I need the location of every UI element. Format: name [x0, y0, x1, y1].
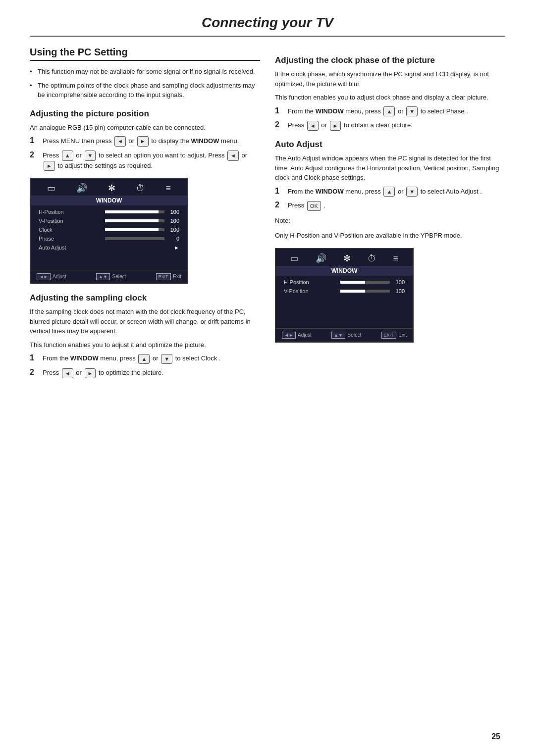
vposition-val-2: 100 [393, 288, 405, 294]
sampling-clock-intro: If the sampling clock does not match wit… [30, 307, 260, 336]
subsection-title-auto-adjust: Auto Adjust [275, 140, 505, 150]
step-2-sampling: 2 Press ◄ or ► to optimize the picture. [30, 368, 260, 378]
btn-right: ► [137, 136, 149, 147]
bullet-item-1: This function may not be available for s… [30, 67, 260, 77]
btn-down-cp1: ▼ [406, 106, 418, 117]
btn-up-cp1: ▲ [383, 106, 395, 117]
note-label: Note: [275, 216, 505, 226]
footer-select: ▲▼ Select [96, 273, 126, 280]
step-num-aa2: 2 [275, 201, 285, 209]
left-column: Using the PC Setting This function may n… [30, 37, 260, 382]
footer-exit-2: EXIT Exit [381, 332, 407, 339]
subsection-title-clock-phase: Adjusting the clock phase of the picture [275, 55, 505, 65]
hposition-bar-2 [340, 281, 390, 284]
btn-left-s2: ◄ [62, 368, 73, 379]
tv-menu-row-phase: Phase 0 [31, 234, 187, 243]
tv-menu-2: ▭ 🔊 ✼ ⏱ ≡ WINDOW H-Position 100 V-Positi… [275, 248, 414, 343]
page-number: 25 [491, 732, 500, 741]
tv-icon-menu: ≡ [166, 183, 171, 194]
btn-left-cp2: ◄ [307, 121, 319, 131]
clock-phase-intro2: This function enables you to adjust cloc… [275, 93, 505, 102]
tv-menu-footer-2: ◄► Adjust ▲▼ Select EXIT Exit [276, 328, 413, 342]
step-text-cp1: From the WINDOW menu, press ▲ or ▼ to se… [288, 106, 505, 117]
step-text-1: Press MENU then press ◄ or ► to display … [43, 136, 260, 147]
step-text-aa2: Press OK . [288, 201, 505, 211]
page-title: Connecting your TV [30, 15, 505, 31]
btn-down-s1: ▼ [161, 354, 172, 364]
step-num-cp1: 1 [275, 106, 285, 115]
clock-bar-container: 100 [105, 227, 179, 233]
btn-right-s2: ► [85, 368, 96, 379]
footer-btn-exit-2: EXIT [381, 332, 396, 339]
btn-to-aa1: ▼ [406, 187, 418, 197]
btn-up: ▲ [62, 151, 73, 161]
footer-btn-exit: EXIT [156, 273, 171, 280]
footer-btn-select: ▲▼ [96, 273, 110, 280]
hposition-val-2: 100 [393, 279, 405, 285]
phase-val: 0 [167, 236, 179, 242]
btn-left: ◄ [114, 136, 126, 147]
step-num-s1: 1 [30, 353, 40, 362]
tv-label-hposition: H-Position [39, 209, 64, 215]
phase-bar [105, 237, 164, 240]
btn-ok-aa2: OK [307, 201, 321, 211]
btn-up-aa1: ▲ [383, 187, 395, 197]
btn-down: ▼ [85, 151, 96, 161]
footer-select-2: ▲▼ Select [331, 332, 361, 339]
vposition-bar-2 [340, 290, 390, 293]
footer-btn-adjust-2: ◄► [282, 332, 296, 339]
tv-icon-clock: ⏱ [136, 183, 145, 194]
tv-icon-screen-2: ▭ [290, 253, 299, 264]
vposition-val: 100 [167, 218, 179, 224]
tv-menu-row-hposition-2: H-Position 100 [276, 278, 413, 287]
btn-left2: ◄ [227, 151, 239, 161]
step-text-s1: From the WINDOW menu, press ▲ or ▼ to se… [43, 353, 260, 364]
step-num-cp2: 2 [275, 120, 285, 129]
tv-menu-row-vposition: V-Position 100 [31, 216, 187, 225]
btn-up-s1: ▲ [138, 354, 150, 364]
tv-icon-screen: ▭ [47, 183, 55, 194]
step-2-clockphase: 2 Press ◄ or ► to obtain a clear picture… [275, 120, 505, 131]
tv-icon-audio: 🔊 [76, 183, 87, 194]
step-num-1: 1 [30, 136, 40, 145]
tv-menu-1: ▭ 🔊 ✼ ⏱ ≡ WINDOW H-Position 100 V-Positi… [30, 178, 188, 284]
phase-bar-container: 0 [105, 236, 179, 242]
footer-btn-select-2: ▲▼ [331, 332, 345, 339]
step-num-aa1: 1 [275, 187, 285, 196]
hposition-val: 100 [167, 209, 179, 215]
vposition-bar-container-2: 100 [340, 288, 405, 294]
tv-icon-menu-2: ≡ [393, 253, 399, 264]
tv-menu-row-autoadjust: Auto Adjust ► [31, 243, 187, 252]
footer-exit: EXIT Exit [156, 273, 181, 280]
clock-bar [105, 228, 164, 231]
step-text-2: Press ▲ or ▼ to select an option you wan… [43, 151, 260, 171]
tv-menu-title-1: WINDOW [31, 196, 187, 205]
clock-phase-intro: If the clock phase, which synchronize th… [275, 69, 505, 89]
auto-adjust-intro: The Auto Adjust window appears when the … [275, 153, 505, 183]
step-text-cp2: Press ◄ or ► to obtain a clear picture. [288, 120, 505, 131]
step-num-2: 2 [30, 151, 40, 159]
subsection-title-sampling-clock: Adjusting the sampling clock [30, 293, 260, 303]
tv-menu-icons: ▭ 🔊 ✼ ⏱ ≡ [31, 179, 187, 196]
picture-position-intro: An analogue RGB (15 pin) computer cable … [30, 123, 260, 133]
vposition-bar-container: 100 [105, 218, 179, 224]
subsection-title-picture-position: Adjusting the picture position [30, 109, 260, 119]
tv-label-hposition-2: H-Position [284, 279, 309, 285]
hposition-bar-container: 100 [105, 209, 179, 215]
tv-label-autoadjust: Auto Adjust [39, 245, 66, 251]
right-column: Adjusting the clock phase of the picture… [275, 37, 505, 382]
tv-arrow-autoadjust: ► [174, 245, 179, 251]
page-header: Connecting your TV [30, 0, 505, 37]
tv-icon-audio-2: 🔊 [316, 253, 326, 264]
tv-label-phase: Phase [39, 236, 54, 242]
step-2-picture-position: 2 Press ▲ or ▼ to select an option you w… [30, 151, 260, 171]
hposition-bar [105, 210, 164, 213]
main-content: Using the PC Setting This function may n… [30, 37, 505, 382]
tv-icon-brightness-2: ✼ [343, 253, 351, 264]
tv-icon-brightness: ✼ [108, 183, 115, 194]
vposition-bar [105, 219, 164, 222]
tv-icon-clock-2: ⏱ [368, 253, 376, 264]
step-1-sampling: 1 From the WINDOW menu, press ▲ or ▼ to … [30, 353, 260, 364]
tv-menu-icons-2: ▭ 🔊 ✼ ⏱ ≡ [276, 249, 413, 266]
step-num-s2: 2 [30, 368, 40, 377]
